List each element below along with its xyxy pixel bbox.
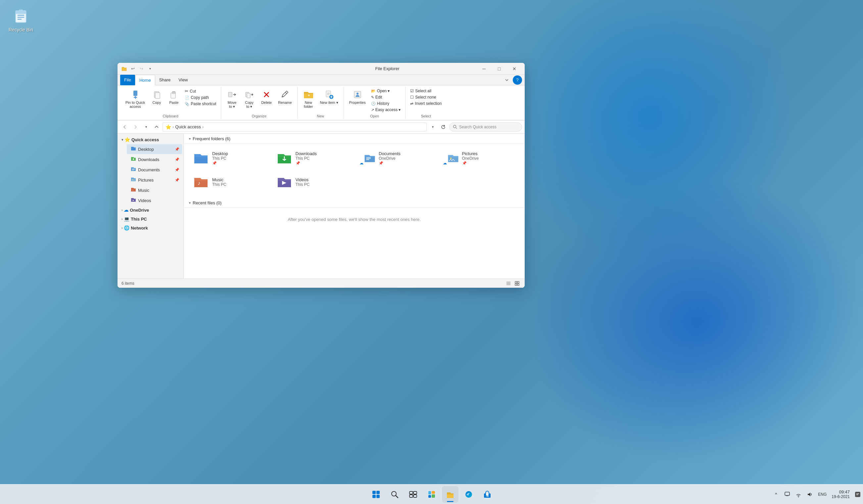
tray-lang[interactable]: ENG [816, 489, 829, 500]
address-dropdown-btn[interactable]: ▾ [428, 122, 437, 132]
sidebar-section-thispc[interactable]: › 💻 This PC [119, 215, 182, 223]
recent-files-header[interactable]: ▾ Recent files (0) [184, 198, 525, 208]
new-folder-button[interactable]: + Newfolder [300, 88, 317, 110]
select-all-button[interactable]: ☑ Select all [408, 88, 443, 94]
search-box[interactable]: Search Quick access [449, 122, 522, 132]
sidebar-item-pictures[interactable]: Pictures 📌 [127, 175, 182, 185]
sidebar-section-quickaccess[interactable]: ▾ ⭐ Quick access [119, 135, 182, 144]
network-chevron: › [122, 226, 123, 230]
qat-undo-btn[interactable]: ↩ [129, 65, 137, 73]
recycle-bin-icon[interactable]: Recycle Bin [7, 7, 35, 35]
copyto-button[interactable]: Copyto ▾ [241, 88, 258, 110]
videos-folder-icon-large [276, 174, 292, 190]
open-button[interactable]: 📂 Open ▾ [369, 88, 403, 94]
back-button[interactable] [120, 122, 129, 132]
sidebar-item-documents[interactable]: Documents 📌 [127, 165, 182, 175]
documents-folder-icon [131, 166, 136, 173]
item-count: 6 items [122, 281, 134, 286]
downloads-folder-info: Downloads This PC 📌 [296, 151, 317, 165]
new-item-label: New item ▾ [320, 101, 338, 105]
cut-button[interactable]: ✂ Cut [183, 88, 218, 94]
task-view-button[interactable] [405, 486, 422, 503]
moveto-button[interactable]: Moveto ▾ [224, 88, 240, 110]
pictures-folder-location: OneDrive [462, 156, 479, 161]
taskbar-edge-button[interactable] [461, 486, 477, 503]
folder-item-desktop[interactable]: Desktop This PC 📌 [189, 147, 270, 169]
taskbar-search-button[interactable] [386, 486, 403, 503]
new-folder-label: Newfolder [304, 101, 313, 108]
notification-button[interactable] [852, 489, 863, 500]
up-button[interactable] [152, 122, 161, 132]
tray-volume[interactable] [804, 489, 815, 500]
new-item-button[interactable]: New item ▾ [317, 88, 341, 106]
ribbon-tab-view[interactable]: View [174, 75, 192, 85]
folder-item-downloads[interactable]: Downloads This PC 📌 [273, 147, 353, 169]
desktop-pin-icon: 📌 [175, 147, 179, 152]
path-quickaccess[interactable]: Quick access [175, 124, 201, 129]
taskbar-store-button[interactable]: 🛍 [479, 486, 496, 503]
ribbon-tab-file[interactable]: File [120, 75, 135, 85]
address-bar: ▾ ⭐ › Quick access › ▾ Search Quick acce… [117, 120, 525, 133]
qat-folder-btn[interactable] [120, 65, 128, 73]
copy-button-label: Copy [152, 101, 161, 104]
svg-marker-7 [134, 96, 137, 98]
history-button[interactable]: 🕐 History [369, 101, 403, 106]
invert-selection-button[interactable]: ⇌ Invert selection [408, 101, 443, 106]
tray-chevron[interactable]: ^ [771, 489, 781, 500]
new-item-icon [324, 89, 334, 100]
copy-button[interactable]: Copy [148, 88, 165, 106]
taskbar-fileexplorer-button[interactable] [442, 486, 459, 503]
taskbar-clock[interactable]: 09:47 19-6-2021 [831, 489, 850, 499]
close-button[interactable]: ✕ [507, 63, 522, 75]
details-view-button[interactable] [505, 280, 512, 287]
easyaccess-button[interactable]: ↗ Easy access ▾ [369, 107, 403, 113]
address-path[interactable]: ⭐ › Quick access › [163, 122, 427, 132]
pin-to-quickaccess-button[interactable]: Pin to Quick access [123, 88, 148, 110]
rename-icon [280, 89, 290, 100]
status-bar: 6 items [117, 279, 525, 288]
qat-redo-btn[interactable]: ↪ [137, 65, 145, 73]
select-none-button[interactable]: ☐ Select none [408, 94, 443, 100]
sidebar-item-music[interactable]: ♪ Music [127, 185, 182, 195]
paste-shortcut-button[interactable]: 📎 Paste shortcut [183, 101, 218, 107]
edit-button[interactable]: ✎ Edit [369, 94, 403, 100]
maximize-button[interactable]: □ [491, 63, 507, 75]
start-button[interactable] [368, 486, 384, 503]
properties-button[interactable]: Properties [347, 88, 368, 106]
tray-chat[interactable] [782, 489, 792, 500]
folder-item-music[interactable]: ♪ Music This PC [189, 171, 270, 193]
widgets-button[interactable] [423, 486, 440, 503]
tray-network[interactable] [793, 489, 804, 500]
videos-folder-info: Videos This PC [296, 177, 310, 187]
copy-icon [151, 89, 162, 100]
refresh-button[interactable] [439, 122, 448, 132]
ribbon-tab-share[interactable]: Share [155, 75, 175, 85]
sidebar-item-desktop[interactable]: Desktop 📌 [127, 144, 182, 154]
music-folder-info: Music This PC [212, 177, 226, 187]
frequent-folders-header[interactable]: ▾ Frequent folders (6) [184, 133, 525, 143]
large-icons-view-button[interactable] [513, 280, 521, 287]
onedrive-icon: ☁ [124, 207, 128, 212]
paste-shortcut-icon: 📎 [185, 102, 189, 106]
forward-button[interactable] [131, 122, 140, 132]
folder-item-documents[interactable]: ☁ Documents OneDrive [355, 147, 436, 169]
delete-button[interactable]: Delete [258, 88, 275, 106]
sidebar-section-network[interactable]: › 🌐 Network [119, 223, 182, 232]
minimize-button[interactable]: ─ [476, 63, 491, 75]
svg-rect-16 [247, 93, 250, 98]
ribbon-tab-home[interactable]: Home [135, 75, 155, 85]
rename-button[interactable]: Rename [275, 88, 295, 106]
sidebar-item-downloads[interactable]: Downloads 📌 [127, 154, 182, 164]
ribbon-help-btn[interactable]: ? [513, 75, 522, 85]
dropdown-button[interactable]: ▾ [141, 122, 151, 132]
sidebar-section-onedrive[interactable]: › ☁ OneDrive [119, 206, 182, 214]
history-label: History [377, 101, 389, 106]
copy-path-button[interactable]: 📄 Copy path [183, 94, 218, 101]
sidebar-pictures-label: Pictures [138, 178, 173, 183]
folder-item-videos[interactable]: Videos This PC [273, 171, 353, 193]
sidebar-item-videos[interactable]: Videos [127, 195, 182, 205]
ribbon-collapse-btn[interactable] [502, 75, 511, 85]
paste-button[interactable]: Paste [165, 88, 182, 106]
folder-item-pictures[interactable]: ☁ Pictures OneDrive 📌 [439, 147, 520, 169]
qat-customize-btn[interactable]: ▾ [146, 65, 154, 73]
